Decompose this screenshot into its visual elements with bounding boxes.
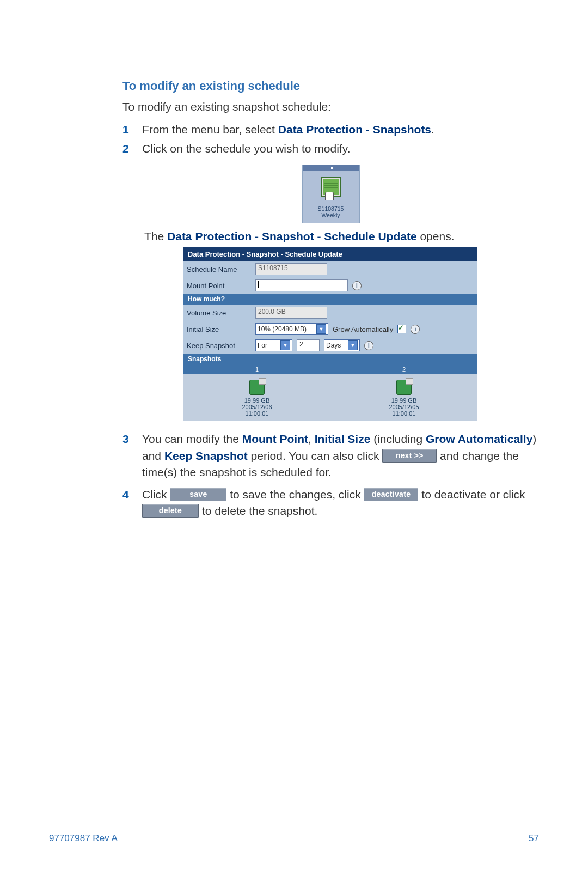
save-button[interactable]: save xyxy=(170,488,226,501)
footer-doc-id: 97707987 Rev A xyxy=(49,833,118,844)
snap2-time: 11:00:01 xyxy=(333,410,475,417)
section-heading: To modify an existing schedule xyxy=(122,79,539,93)
t: Click xyxy=(142,488,170,501)
t: , xyxy=(308,433,315,445)
chevron-down-icon: ▼ xyxy=(280,340,290,350)
footer-page-number: 57 xyxy=(529,833,539,844)
step-2: 2 Click on the schedule you wish to modi… xyxy=(122,141,539,157)
keep-number-field[interactable]: 2 xyxy=(297,339,320,351)
info-icon[interactable]: i xyxy=(411,325,420,334)
opens-pre: The xyxy=(144,230,167,242)
mount-point-field[interactable] xyxy=(255,279,348,291)
how-much-header: How much? xyxy=(183,294,477,305)
panel-title: Data Protection - Snapshot - Schedule Up… xyxy=(183,247,477,261)
info-icon[interactable]: i xyxy=(352,281,362,290)
snap1-date: 2005/12/06 xyxy=(186,404,328,410)
initial-size-value: 10% (20480 MB) xyxy=(258,325,314,333)
intro-text: To modify an existing snapshot schedule: xyxy=(122,99,539,115)
initial-size-label: Initial Size xyxy=(187,325,251,333)
snap2-size: 19.99 GB xyxy=(333,397,475,404)
col-2: 2 xyxy=(330,364,477,374)
schedule-name-label: Schedule Name xyxy=(187,265,251,273)
col-1: 1 xyxy=(183,364,330,374)
grow-auto-term: Grow Automatically xyxy=(426,433,532,445)
step1-pre: From the menu bar, select xyxy=(142,123,278,136)
snapshots-header: Snapshots xyxy=(183,354,477,364)
volume-size-field: 200.0 GB xyxy=(255,307,327,319)
hand-cursor-icon xyxy=(325,192,334,200)
opens-bold: Data Protection - Snapshot - Schedule Up… xyxy=(167,230,417,242)
opens-line: The Data Protection - Snapshot - Schedul… xyxy=(144,230,539,243)
snapshot-icon xyxy=(249,380,265,395)
snapshot-columns: 1 2 xyxy=(183,364,477,374)
t: to deactivate or click xyxy=(418,488,525,501)
initial-size-select[interactable]: 10% (20480 MB) ▼ xyxy=(255,323,328,335)
keep-snapshot-label: Keep Snapshot xyxy=(187,342,251,350)
snap1-size: 19.99 GB xyxy=(186,397,328,404)
mount-point-term: Mount Point xyxy=(242,433,308,445)
step-4: 4 Click save to save the changes, click … xyxy=(122,486,539,520)
step-3: 3 You can modify the Mount Point, Initia… xyxy=(122,431,539,480)
t: (including xyxy=(370,433,426,445)
keep-for-value: For xyxy=(258,342,278,349)
t: to delete the snapshot. xyxy=(199,504,317,517)
keep-for-select[interactable]: For ▼ xyxy=(255,339,292,351)
info-icon[interactable]: i xyxy=(364,341,373,350)
snap1-time: 11:00:01 xyxy=(186,410,328,417)
keep-unit-value: Days xyxy=(326,342,346,349)
snapshot-cell-1[interactable]: 19.99 GB 2005/12/06 11:00:01 xyxy=(183,374,330,421)
schedule-thumbnail: S1108715 Weekly xyxy=(302,165,360,223)
volume-size-label: Volume Size xyxy=(187,309,251,317)
opens-post: opens. xyxy=(417,230,455,242)
thumb-freq: Weekly xyxy=(321,212,340,218)
keep-unit-select[interactable]: Days ▼ xyxy=(324,339,360,351)
grow-auto-label: Grow Automatically xyxy=(333,325,393,333)
mount-point-label: Mount Point xyxy=(187,282,251,290)
initial-size-term: Initial Size xyxy=(315,433,371,445)
thumb-name: S1108715 xyxy=(318,206,344,212)
chevron-down-icon: ▼ xyxy=(348,340,358,350)
grow-auto-checkbox[interactable] xyxy=(397,325,406,333)
t: period. You can also click xyxy=(248,449,383,462)
step-1: 1 From the menu bar, select Data Protect… xyxy=(122,121,539,138)
snapshot-cell-2[interactable]: 19.99 GB 2005/12/05 11:00:01 xyxy=(330,374,477,421)
snap2-date: 2005/12/05 xyxy=(333,404,475,410)
menu-path: Data Protection - Snapshots xyxy=(278,123,431,136)
chevron-down-icon: ▼ xyxy=(316,324,326,334)
t: to save the changes, click xyxy=(226,488,364,501)
delete-button[interactable]: delete xyxy=(142,504,199,518)
schedule-update-panel: Data Protection - Snapshot - Schedule Up… xyxy=(183,247,477,421)
next-button[interactable]: next >> xyxy=(382,449,437,463)
step2-text: Click on the schedule you wish to modify… xyxy=(142,141,539,157)
t: You can modify the xyxy=(142,433,242,445)
schedule-name-field[interactable]: S1108715 xyxy=(255,263,327,275)
deactivate-button[interactable]: deactivate xyxy=(364,488,418,501)
snapshot-icon xyxy=(396,380,412,395)
keep-snapshot-term: Keep Snapshot xyxy=(164,449,248,462)
step1-post: . xyxy=(431,123,434,136)
